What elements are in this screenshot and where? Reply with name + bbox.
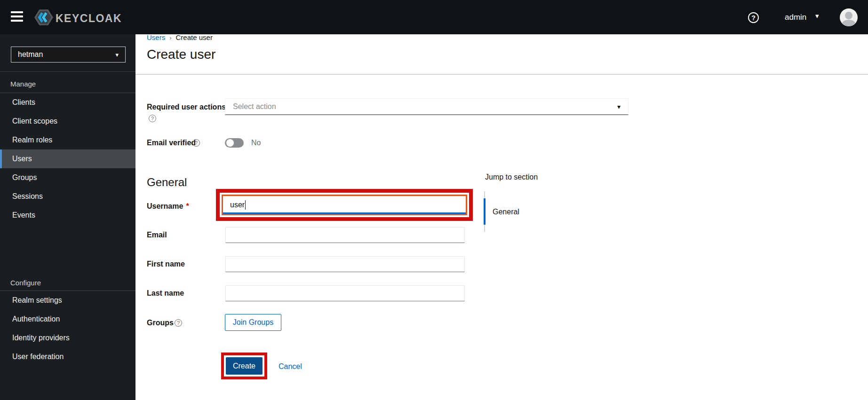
username-label: Username*	[147, 202, 189, 211]
toggle-knob	[226, 139, 234, 147]
nav-section-manage: Manage	[10, 80, 36, 88]
required-user-actions-label: Required user actions	[147, 103, 226, 111]
chevron-down-icon: ▾	[617, 103, 621, 110]
sidebar-item-authentication[interactable]: Authentication	[0, 310, 135, 329]
breadcrumb: Users›Create user	[147, 33, 213, 41]
breadcrumb-separator-icon: ›	[169, 34, 171, 41]
annotation-highlight-username: user	[216, 189, 473, 221]
email-verified-toggle[interactable]	[225, 138, 244, 148]
sidebar-item-users[interactable]: Users	[0, 149, 135, 168]
sidebar-item-user-federation[interactable]: User federation	[0, 347, 135, 366]
divider	[0, 71, 135, 72]
chevron-down-icon: ▾	[115, 51, 119, 58]
breadcrumb-users-link[interactable]: Users	[147, 33, 165, 41]
sidebar-item-client-scopes[interactable]: Client scopes	[0, 112, 135, 131]
sidebar-item-sessions[interactable]: Sessions	[0, 187, 135, 206]
text-cursor	[245, 200, 246, 210]
configure-nav-list: Realm settings Authentication Identity p…	[0, 291, 135, 366]
keycloak-hexagon-icon	[34, 8, 54, 29]
username-value: user	[230, 201, 245, 209]
sidebar-item-realm-roles[interactable]: Realm roles	[0, 131, 135, 149]
first-name-field[interactable]	[225, 256, 465, 272]
sidebar-item-clients[interactable]: Clients	[0, 93, 135, 112]
page-title: Create user	[147, 47, 215, 62]
sidebar-item-groups[interactable]: Groups	[0, 168, 135, 187]
manage-nav-list: Clients Client scopes Realm roles Users …	[0, 93, 135, 225]
last-name-field[interactable]	[225, 285, 465, 301]
divider	[135, 74, 868, 75]
sidebar-item-identity-providers[interactable]: Identity providers	[0, 329, 135, 347]
jump-link-general[interactable]: General	[493, 208, 519, 216]
realm-selector[interactable]: hetman ▾	[11, 47, 126, 63]
top-header-bar: KEYCLOAK ? admin ▾	[0, 0, 868, 34]
brand-text: KEYCLOAK	[56, 12, 122, 25]
email-verified-label: Email verified	[147, 139, 196, 147]
create-button[interactable]: Create	[226, 357, 263, 375]
user-menu[interactable]: admin	[785, 13, 806, 22]
last-name-label: Last name	[147, 289, 184, 298]
jump-to-section-title: Jump to section	[485, 173, 538, 181]
keycloak-logo[interactable]: KEYCLOAK	[34, 8, 122, 29]
help-icon[interactable]: ?	[175, 319, 182, 327]
username-input[interactable]: user	[222, 195, 467, 215]
avatar-person-icon	[842, 20, 856, 26]
realm-name: hetman	[18, 50, 43, 59]
jump-nav-active-bar	[484, 198, 486, 225]
email-label: Email	[147, 231, 167, 239]
email-field[interactable]	[225, 227, 465, 243]
keycloak-admin-console: KEYCLOAK ? admin ▾ hetman ▾ Manage Clien…	[0, 0, 868, 400]
groups-label: Groups	[147, 319, 174, 327]
hamburger-menu-icon[interactable]	[11, 11, 23, 23]
breadcrumb-current: Create user	[176, 33, 213, 41]
chevron-down-icon[interactable]: ▾	[815, 12, 819, 20]
nav-section-configure: Configure	[10, 279, 41, 287]
email-verified-state: No	[251, 139, 261, 147]
avatar[interactable]	[840, 8, 858, 26]
first-name-label: First name	[147, 260, 185, 268]
sidebar: hetman ▾ Manage Clients Client scopes Re…	[0, 34, 135, 400]
general-section-title: General	[147, 176, 187, 189]
cancel-link[interactable]: Cancel	[279, 362, 302, 371]
required-marker: *	[186, 202, 189, 210]
sidebar-item-realm-settings[interactable]: Realm settings	[0, 291, 135, 310]
help-icon[interactable]: ?	[748, 12, 759, 23]
select-placeholder: Select action	[233, 102, 276, 111]
help-icon[interactable]: ?	[192, 139, 200, 147]
join-groups-button[interactable]: Join Groups	[225, 314, 281, 331]
help-icon[interactable]: ?	[149, 115, 156, 122]
required-user-actions-select[interactable]: Select action ▾	[225, 98, 629, 115]
annotation-highlight-create: Create	[221, 353, 267, 379]
avatar-person-icon	[845, 12, 852, 19]
sidebar-item-events[interactable]: Events	[0, 206, 135, 225]
